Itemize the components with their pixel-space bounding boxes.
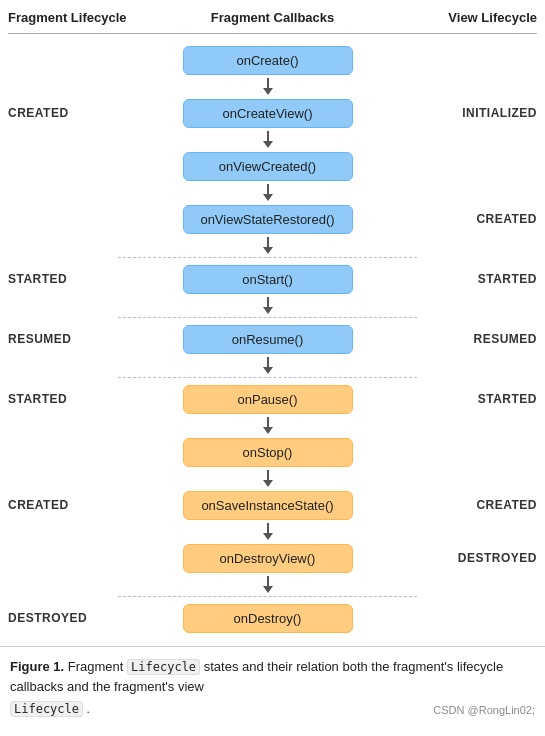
callback-box: onCreate() bbox=[183, 46, 353, 75]
header-row: Fragment Lifecycle Fragment Callbacks Vi… bbox=[0, 10, 545, 25]
caption-text1: Fragment bbox=[68, 659, 127, 674]
right-label: CREATED bbox=[417, 212, 537, 226]
diagram-row: STARTEDonStart()STARTED bbox=[8, 261, 537, 297]
right-label: DESTROYED bbox=[417, 551, 537, 565]
callback-box: onResume() bbox=[183, 325, 353, 354]
diagram-row: onViewStateRestored()CREATED bbox=[8, 201, 537, 237]
arrow-row bbox=[8, 131, 537, 148]
diagram-row: CREATEDonSaveInstanceState()CREATED bbox=[8, 487, 537, 523]
header-col1: Fragment Lifecycle bbox=[8, 10, 138, 25]
diagram-row: onViewCreated() bbox=[8, 148, 537, 184]
right-label: STARTED bbox=[417, 392, 537, 406]
left-label: STARTED bbox=[8, 392, 118, 406]
diagram-row: STARTEDonPause()STARTED bbox=[8, 381, 537, 417]
callback-box: onDestroyView() bbox=[183, 544, 353, 573]
diagram-row: onDestroyView()DESTROYED bbox=[8, 540, 537, 576]
left-label: DESTROYED bbox=[8, 611, 118, 625]
dashed-divider-row bbox=[8, 593, 537, 600]
arrow-row bbox=[8, 470, 537, 487]
arrow-row bbox=[8, 297, 537, 314]
caption-code2: Lifecycle bbox=[10, 701, 83, 717]
left-label: STARTED bbox=[8, 272, 118, 286]
left-label: CREATED bbox=[8, 498, 118, 512]
right-label: CREATED bbox=[417, 498, 537, 512]
arrow-row bbox=[8, 78, 537, 95]
dashed-divider-row bbox=[8, 254, 537, 261]
caption-code1: Lifecycle bbox=[127, 659, 200, 675]
left-label: CREATED bbox=[8, 106, 118, 120]
diagram-row: onStop() bbox=[8, 434, 537, 470]
arrow-row bbox=[8, 576, 537, 593]
left-label: RESUMED bbox=[8, 332, 118, 346]
header-col3: View Lifecycle bbox=[407, 10, 537, 25]
right-label: STARTED bbox=[417, 272, 537, 286]
callback-box: onViewStateRestored() bbox=[183, 205, 353, 234]
diagram-row: CREATEDonCreateView()INITIALIZED bbox=[8, 95, 537, 131]
arrow-row bbox=[8, 184, 537, 201]
arrow-row bbox=[8, 417, 537, 434]
callback-box: onStop() bbox=[183, 438, 353, 467]
caption-text3: . bbox=[86, 702, 89, 716]
csdn-credit: CSDN @RongLin02; bbox=[433, 704, 535, 716]
arrow-row bbox=[8, 237, 537, 254]
dashed-divider-row bbox=[8, 374, 537, 381]
caption-code-footer: Lifecycle . bbox=[10, 702, 90, 716]
callback-box: onStart() bbox=[183, 265, 353, 294]
dashed-divider-row bbox=[8, 314, 537, 321]
callback-box: onSaveInstanceState() bbox=[183, 491, 353, 520]
callback-box: onCreateView() bbox=[183, 99, 353, 128]
diagram-row: onCreate() bbox=[8, 42, 537, 78]
diagram-row: DESTROYEDonDestroy() bbox=[8, 600, 537, 636]
diagram-container: Fragment Lifecycle Fragment Callbacks Vi… bbox=[0, 0, 545, 646]
right-label: INITIALIZED bbox=[417, 106, 537, 120]
callback-box: onViewCreated() bbox=[183, 152, 353, 181]
header-col2: Fragment Callbacks bbox=[138, 10, 407, 25]
diagram-row: RESUMEDonResume()RESUMED bbox=[8, 321, 537, 357]
arrow-row bbox=[8, 357, 537, 374]
caption-footer: Lifecycle . CSDN @RongLin02; bbox=[0, 702, 545, 722]
arrow-row bbox=[8, 523, 537, 540]
figure-caption: Figure 1. Fragment Lifecycle states and … bbox=[0, 646, 545, 702]
flow-area: onCreate()CREATEDonCreateView()INITIALIZ… bbox=[0, 34, 545, 636]
right-label: RESUMED bbox=[417, 332, 537, 346]
callback-box: onDestroy() bbox=[183, 604, 353, 633]
callback-box: onPause() bbox=[183, 385, 353, 414]
caption-bold: Figure 1. bbox=[10, 659, 64, 674]
